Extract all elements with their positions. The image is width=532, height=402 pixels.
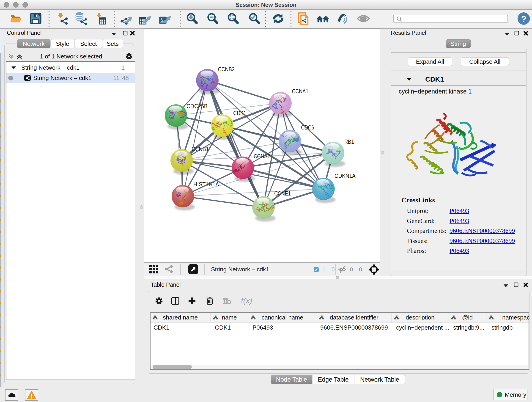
svg-text:CDC6: CDC6 <box>301 124 314 131</box>
svg-text:CCNB1: CCNB1 <box>191 146 209 153</box>
svg-text:CDC25B: CDC25B <box>186 103 208 109</box>
svg-text:CDK1: CDK1 <box>233 109 246 116</box>
svg-text:CCNE1: CCNE1 <box>274 190 291 197</box>
svg-text:CCNA1: CCNA1 <box>292 88 308 95</box>
svg-text:CDKN1A: CDKN1A <box>335 172 356 179</box>
svg-text:RB1: RB1 <box>344 138 354 145</box>
svg-text:CCNB2: CCNB2 <box>218 66 234 73</box>
svg-text:HIST1H1A: HIST1H1A <box>193 181 219 188</box>
svg-text:CCNA2: CCNA2 <box>254 153 270 160</box>
